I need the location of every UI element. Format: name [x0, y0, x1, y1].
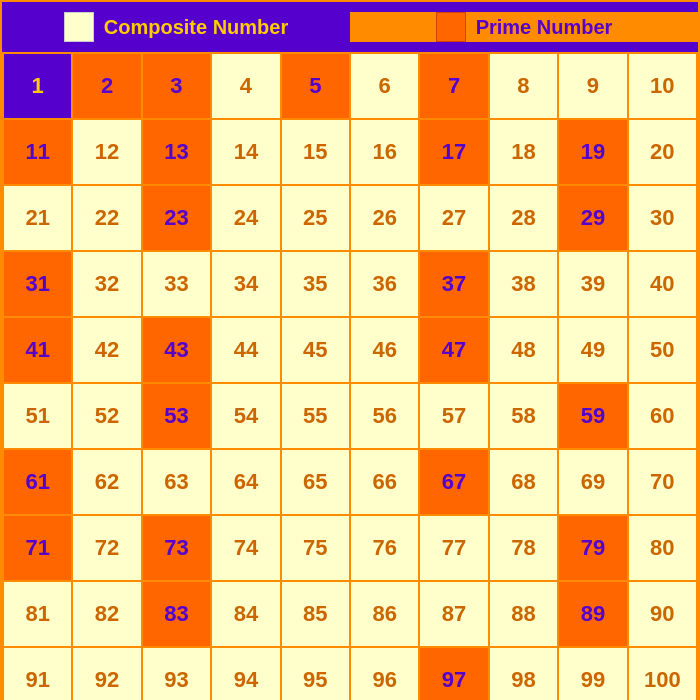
composite-label: Composite Number: [104, 16, 288, 39]
cell-33: 33: [143, 252, 210, 316]
cell-5: 5: [282, 54, 349, 118]
cell-95: 95: [282, 648, 349, 700]
cell-43: 43: [143, 318, 210, 382]
cell-30: 30: [629, 186, 696, 250]
cell-27: 27: [420, 186, 487, 250]
cell-60: 60: [629, 384, 696, 448]
cell-61: 61: [4, 450, 71, 514]
legend-composite: Composite Number: [2, 12, 350, 42]
cell-68: 68: [490, 450, 557, 514]
cell-78: 78: [490, 516, 557, 580]
cell-97: 97: [420, 648, 487, 700]
cell-93: 93: [143, 648, 210, 700]
cell-96: 96: [351, 648, 418, 700]
cell-89: 89: [559, 582, 626, 646]
cell-50: 50: [629, 318, 696, 382]
cell-62: 62: [73, 450, 140, 514]
cell-24: 24: [212, 186, 279, 250]
cell-87: 87: [420, 582, 487, 646]
cell-92: 92: [73, 648, 140, 700]
cell-64: 64: [212, 450, 279, 514]
cell-100: 100: [629, 648, 696, 700]
cell-84: 84: [212, 582, 279, 646]
cell-69: 69: [559, 450, 626, 514]
cell-38: 38: [490, 252, 557, 316]
cell-6: 6: [351, 54, 418, 118]
cell-14: 14: [212, 120, 279, 184]
cell-86: 86: [351, 582, 418, 646]
cell-35: 35: [282, 252, 349, 316]
cell-53: 53: [143, 384, 210, 448]
cell-4: 4: [212, 54, 279, 118]
cell-85: 85: [282, 582, 349, 646]
composite-icon: [64, 12, 94, 42]
prime-label: Prime Number: [476, 16, 613, 39]
cell-10: 10: [629, 54, 696, 118]
cell-28: 28: [490, 186, 557, 250]
cell-47: 47: [420, 318, 487, 382]
cell-44: 44: [212, 318, 279, 382]
cell-20: 20: [629, 120, 696, 184]
cell-57: 57: [420, 384, 487, 448]
cell-41: 41: [4, 318, 71, 382]
cell-12: 12: [73, 120, 140, 184]
cell-54: 54: [212, 384, 279, 448]
cell-21: 21: [4, 186, 71, 250]
cell-39: 39: [559, 252, 626, 316]
cell-17: 17: [420, 120, 487, 184]
cell-99: 99: [559, 648, 626, 700]
cell-51: 51: [4, 384, 71, 448]
cell-73: 73: [143, 516, 210, 580]
cell-75: 75: [282, 516, 349, 580]
cell-91: 91: [4, 648, 71, 700]
cell-94: 94: [212, 648, 279, 700]
cell-58: 58: [490, 384, 557, 448]
prime-icon: [436, 12, 466, 42]
cell-59: 59: [559, 384, 626, 448]
cell-15: 15: [282, 120, 349, 184]
cell-16: 16: [351, 120, 418, 184]
cell-37: 37: [420, 252, 487, 316]
cell-8: 8: [490, 54, 557, 118]
cell-25: 25: [282, 186, 349, 250]
cell-34: 34: [212, 252, 279, 316]
cell-7: 7: [420, 54, 487, 118]
cell-31: 31: [4, 252, 71, 316]
cell-56: 56: [351, 384, 418, 448]
cell-46: 46: [351, 318, 418, 382]
cell-71: 71: [4, 516, 71, 580]
cell-23: 23: [143, 186, 210, 250]
cell-82: 82: [73, 582, 140, 646]
cell-29: 29: [559, 186, 626, 250]
cell-90: 90: [629, 582, 696, 646]
cell-67: 67: [420, 450, 487, 514]
cell-70: 70: [629, 450, 696, 514]
cell-2: 2: [73, 54, 140, 118]
cell-18: 18: [490, 120, 557, 184]
cell-49: 49: [559, 318, 626, 382]
cell-65: 65: [282, 450, 349, 514]
cell-81: 81: [4, 582, 71, 646]
cell-22: 22: [73, 186, 140, 250]
legend-bar: Composite Number Prime Number: [2, 2, 698, 52]
cell-36: 36: [351, 252, 418, 316]
cell-19: 19: [559, 120, 626, 184]
number-grid: 1234567891011121314151617181920212223242…: [2, 52, 698, 700]
cell-88: 88: [490, 582, 557, 646]
cell-63: 63: [143, 450, 210, 514]
cell-45: 45: [282, 318, 349, 382]
cell-48: 48: [490, 318, 557, 382]
cell-66: 66: [351, 450, 418, 514]
cell-3: 3: [143, 54, 210, 118]
cell-79: 79: [559, 516, 626, 580]
cell-77: 77: [420, 516, 487, 580]
cell-98: 98: [490, 648, 557, 700]
cell-9: 9: [559, 54, 626, 118]
cell-40: 40: [629, 252, 696, 316]
cell-1: 1: [4, 54, 71, 118]
cell-11: 11: [4, 120, 71, 184]
legend-prime: Prime Number: [350, 12, 698, 42]
main-container: Composite Number Prime Number 1234567891…: [0, 0, 700, 700]
cell-32: 32: [73, 252, 140, 316]
cell-52: 52: [73, 384, 140, 448]
